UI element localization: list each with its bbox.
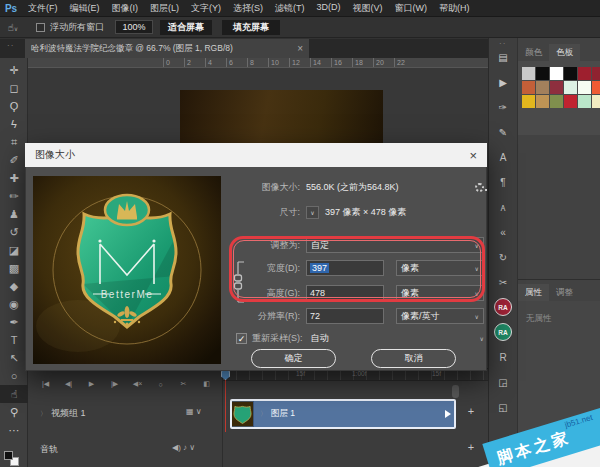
dialog-title-bar[interactable]: 图像大小 × — [25, 143, 487, 167]
hand-tool[interactable]: ☝ — [0, 385, 28, 403]
color-swatch[interactable] — [592, 67, 600, 80]
3d-panel-icon[interactable]: ◲ — [494, 373, 512, 391]
brush-settings-panel-icon[interactable]: ✑ — [494, 98, 512, 116]
crop-tool[interactable]: ⌗ — [0, 133, 28, 151]
dialog-close-icon[interactable]: × — [469, 148, 477, 163]
color-swatch[interactable] — [550, 67, 563, 80]
dodge-tool[interactable]: ◉ — [0, 295, 28, 313]
move-tool[interactable]: ✛ — [0, 61, 28, 79]
character-styles-panel-icon[interactable]: « — [494, 223, 512, 241]
split-clip-button[interactable]: ✂ — [174, 376, 193, 392]
color-swatch[interactable] — [578, 81, 591, 94]
fit-screen-button[interactable]: 适合屏幕 — [160, 20, 212, 35]
width-input[interactable]: 397 — [306, 260, 384, 276]
add-audio-button[interactable]: + — [464, 441, 478, 455]
menu-item[interactable]: 编辑(E) — [70, 2, 100, 15]
timeline-scroll-handle[interactable] — [452, 385, 459, 398]
color-swatch[interactable] — [550, 81, 563, 94]
path-select-tool[interactable]: ↖ — [0, 349, 28, 367]
resolution-input[interactable]: 72 — [306, 308, 384, 324]
menu-item[interactable]: 文件(F) — [28, 2, 58, 15]
width-unit-dropdown[interactable]: 像素 ∨ — [396, 260, 484, 276]
foreground-color-swatch[interactable] — [4, 451, 13, 460]
menu-item[interactable]: 视图(V) — [353, 2, 383, 15]
foreground-background-colors[interactable] — [4, 451, 22, 467]
color-swatch[interactable] — [550, 95, 563, 108]
menu-item[interactable]: 窗口(W) — [395, 2, 428, 15]
gear-icon[interactable] — [475, 183, 484, 192]
next-frame-button[interactable]: |▶ — [105, 376, 124, 392]
menu-item[interactable]: 3D(D) — [317, 2, 341, 15]
eraser-tool[interactable]: ◪ — [0, 241, 28, 259]
color-swatch[interactable] — [522, 81, 535, 94]
healing-brush-tool[interactable]: ✚ — [0, 169, 28, 187]
more-tools[interactable]: ⋯ — [0, 421, 28, 439]
current-tool-icon[interactable]: ☝∨ — [0, 22, 26, 33]
character-panel-icon[interactable]: A — [494, 148, 512, 166]
color-swatch[interactable] — [564, 67, 577, 80]
lasso-tool[interactable]: Ϙ — [0, 97, 28, 115]
color-swatch[interactable] — [578, 67, 591, 80]
actions-panel-icon[interactable]: ▶ — [494, 73, 512, 91]
measure-panel-icon[interactable]: ✂ — [494, 273, 512, 291]
clip-expand-icon[interactable]: 〉 — [260, 409, 267, 419]
paragraph-panel-icon[interactable]: ¶ — [494, 173, 512, 191]
color-swatch[interactable] — [592, 95, 600, 108]
ok-button[interactable]: 确定 — [251, 349, 336, 368]
color-swatch[interactable] — [564, 95, 577, 108]
glyphs-panel-icon[interactable]: ᴀ — [494, 198, 512, 216]
zoom-tool[interactable]: ⚲ — [0, 403, 28, 421]
magic-wand-tool[interactable]: ϟ — [0, 115, 28, 133]
clone-stamp-tool[interactable]: ♟ — [0, 205, 28, 223]
menu-item[interactable]: 图像(I) — [112, 2, 139, 15]
color-swatch[interactable] — [536, 81, 549, 94]
color-swatch[interactable] — [536, 95, 549, 108]
marquee-tool[interactable]: ◻ — [0, 79, 28, 97]
add-video-button[interactable]: + — [464, 405, 478, 419]
timeline-clip-layer1[interactable]: 〉 图层 1 — [230, 399, 456, 429]
document-tab[interactable]: 哈利波特魔法学院纪念徽章 @ 66.7% (图层 1, RGB/8) × — [25, 39, 309, 58]
audio-track-header[interactable]: 音轨 — [40, 443, 58, 456]
ra-red-badge-icon[interactable]: RA — [494, 298, 512, 316]
color-swatch[interactable] — [578, 95, 591, 108]
tab-adjustments[interactable]: 调整 — [549, 284, 580, 301]
menu-item[interactable]: 图层(L) — [150, 2, 179, 15]
height-input[interactable]: 478 — [306, 285, 384, 301]
record-button[interactable]: ○ — [151, 376, 170, 392]
play-button[interactable]: ▶ — [82, 376, 101, 392]
resolution-unit-dropdown[interactable]: 像素/英寸 ∨ — [396, 308, 484, 324]
video-group-header[interactable]: 〉 视频组 1 — [40, 407, 86, 420]
ra-green-badge-icon[interactable]: RA — [494, 323, 512, 341]
menu-item[interactable]: 文字(Y) — [191, 2, 221, 15]
type-tool[interactable]: T — [0, 331, 28, 349]
gradient-tool[interactable]: ▩ — [0, 259, 28, 277]
color-swatch[interactable] — [592, 81, 600, 94]
float-all-windows-checkbox[interactable] — [36, 23, 45, 32]
previous-frame-button[interactable]: ◀| — [59, 376, 78, 392]
tab-swatches[interactable]: 色板 — [549, 44, 580, 61]
r-styles-panel-icon[interactable]: R — [494, 348, 512, 366]
mute-audio-button[interactable]: ◀× — [128, 376, 147, 392]
cancel-button[interactable]: 取消 — [371, 349, 456, 368]
image-preview[interactable]: BetterMe — [33, 176, 221, 364]
resample-dropdown[interactable]: 自动 ∨ — [311, 332, 485, 345]
tab-properties[interactable]: 属性 — [518, 284, 549, 301]
pen-tool[interactable]: ✒ — [0, 313, 28, 331]
menu-item[interactable]: 帮助(H) — [439, 2, 470, 15]
sync-panel-icon[interactable]: ↻ — [494, 248, 512, 266]
tool-presets-panel-icon[interactable]: ▤ — [494, 48, 512, 66]
audio-track-options-icon[interactable]: ◀) ♪ ∨ — [172, 443, 195, 452]
go-to-first-frame-button[interactable]: |◀ — [36, 376, 55, 392]
shape-tool[interactable]: ○ — [0, 367, 28, 385]
menu-item[interactable]: 选择(S) — [233, 2, 263, 15]
color-swatch[interactable] — [522, 95, 535, 108]
brush-tool[interactable]: ✏ — [0, 187, 28, 205]
resample-checkbox[interactable]: ✓ — [236, 333, 247, 344]
history-brush-tool[interactable]: ↺ — [0, 223, 28, 241]
menu-item[interactable]: 滤镜(T) — [275, 2, 305, 15]
transition-button[interactable]: ◧ — [197, 376, 216, 392]
3d-scene-panel-icon[interactable]: ◱ — [494, 398, 512, 416]
color-swatch[interactable] — [536, 67, 549, 80]
fit-to-dropdown[interactable]: 自定 ∨ — [306, 237, 484, 253]
zoom-level-field[interactable]: 100% — [115, 20, 153, 34]
